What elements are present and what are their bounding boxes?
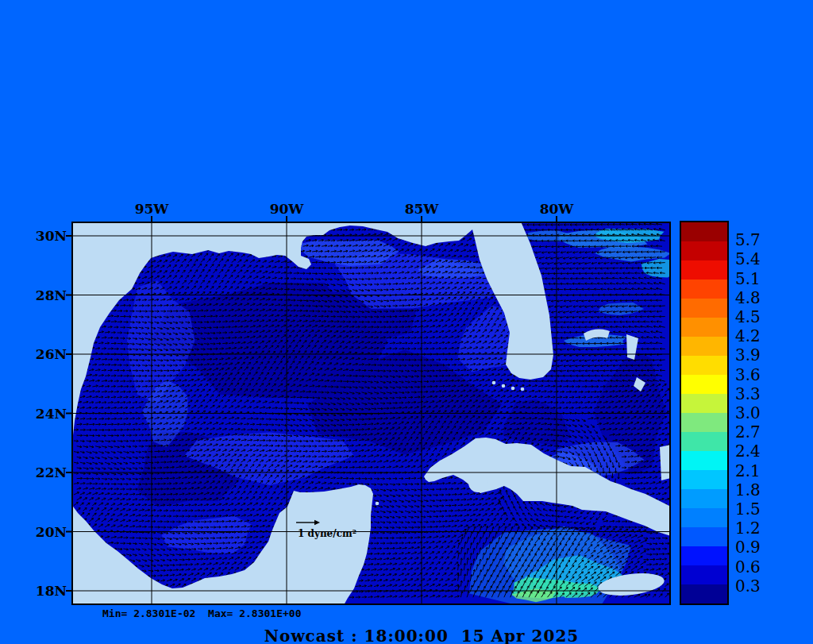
colorbar-tick-label: 2.7	[735, 422, 783, 442]
colorbar-segment	[681, 584, 727, 604]
colorbar-tick-label: 0.9	[735, 538, 783, 557]
colorbar-tick-label: 4.5	[735, 307, 783, 326]
colorbar-tick-label: 0.6	[735, 557, 783, 577]
ocean-layer	[71, 221, 676, 618]
caption-title: Nowcast : 18:00:00 15 Apr 2025	[264, 627, 579, 644]
figure-canvas: 95W90W85W80W 30N28N26N24N22N20N18N 5.75.…	[0, 0, 813, 644]
colorbar	[680, 221, 729, 605]
small-island	[502, 384, 506, 388]
colorbar-segment	[681, 470, 727, 489]
small-island	[521, 388, 525, 391]
map-plot	[71, 222, 671, 605]
colorbar-segment	[681, 337, 727, 356]
colorbar-segment	[681, 527, 727, 546]
colorbar-segment	[681, 280, 727, 299]
colorbar-tick-label: 3.9	[735, 345, 783, 364]
colorbar-segment	[681, 222, 727, 241]
colorbar-tick-label: 4.2	[735, 326, 783, 345]
colorbar-tick-label: 1.2	[735, 519, 783, 538]
isle-of-youth-landmass	[468, 473, 487, 492]
lat-tick-label: 26N	[22, 346, 67, 362]
lat-tick-label: 28N	[22, 287, 67, 303]
colorbar-segment	[681, 260, 727, 280]
colorbar-segment	[681, 451, 727, 470]
colorbar-segment	[681, 241, 727, 260]
lat-tick-label: 24N	[22, 406, 67, 422]
colorbar-segment	[681, 356, 727, 375]
colorbar-tick-label: 5.1	[735, 269, 783, 288]
colorbar-segment	[681, 318, 727, 337]
bahamas-bank	[660, 445, 671, 480]
colorbar-tick-label: 3.6	[735, 365, 783, 384]
small-island	[511, 387, 515, 391]
colorbar-segment	[681, 375, 727, 394]
colorbar-segment	[681, 546, 727, 565]
colorbar-tick-label: 5.4	[735, 249, 783, 268]
colorbar-segment	[681, 394, 727, 413]
vector-scale-label: 1 dyne/cm²	[298, 528, 356, 539]
minmax-annotation: Min= 2.8301E-02 Max= 2.8301E+00	[102, 607, 301, 619]
colorbar-tick-label: 2.4	[735, 442, 783, 461]
colorbar-segment	[681, 508, 727, 527]
lat-tick-label: 22N	[22, 465, 67, 480]
colorbar-tick-label: 3.0	[735, 403, 783, 422]
colorbar-tick-label: 1.5	[735, 499, 783, 519]
small-island	[492, 381, 496, 385]
lon-tick-label: 95W	[128, 201, 175, 217]
colorbar-segment	[681, 413, 727, 432]
lon-tick-label: 85W	[398, 201, 445, 217]
colorbar-tick-label: 3.3	[735, 384, 783, 403]
lon-tick-label: 80W	[533, 201, 580, 217]
lat-tick-label: 18N	[22, 583, 67, 599]
lat-tick-label: 20N	[22, 524, 67, 540]
colorbar-segment	[681, 489, 727, 508]
colorbar-tick-label: 1.8	[735, 480, 783, 499]
colorbar-tick-label: 4.8	[735, 288, 783, 307]
colorbar-segment	[681, 299, 727, 318]
colorbar-tick-label: 2.1	[735, 461, 783, 480]
small-island	[376, 502, 380, 506]
colorbar-tick-label: 5.7	[735, 230, 783, 249]
lat-tick-label: 30N	[22, 228, 67, 244]
colorbar-segment	[681, 565, 727, 584]
colorbar-tick-label: 0.3	[735, 577, 783, 596]
colorbar-segment	[681, 432, 727, 451]
lon-tick-label: 90W	[263, 201, 310, 217]
